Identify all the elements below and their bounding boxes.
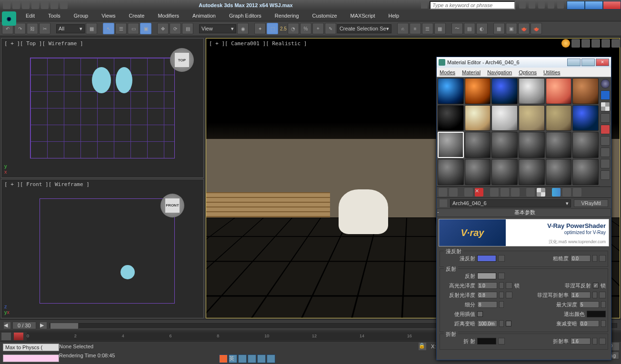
menu-modifiers[interactable]: Modifiers: [151, 11, 186, 20]
qa-project-icon[interactable]: [50, 1, 58, 9]
ime-skin-icon[interactable]: [257, 354, 266, 363]
timeslider-left-icon[interactable]: ◀: [4, 322, 10, 329]
reflgloss-spinner[interactable]: 0.8: [477, 292, 497, 298]
menu-group[interactable]: Group: [67, 11, 95, 20]
material-type-button[interactable]: VRayMtl: [574, 199, 608, 207]
material-swatch[interactable]: [491, 78, 518, 104]
xview-icon[interactable]: [581, 39, 590, 48]
viewport-camera-label[interactable]: [ + ][ Camera001 ][ Realistic ]: [209, 40, 307, 47]
material-editor-icon[interactable]: ◐: [476, 23, 488, 34]
render-prod-icon[interactable]: 🫖: [531, 23, 542, 34]
roughness-map-button[interactable]: [599, 255, 606, 262]
menu-maxscript[interactable]: MAXScript: [344, 11, 382, 20]
align-icon[interactable]: ≡: [410, 23, 421, 34]
material-swatch[interactable]: [465, 132, 491, 158]
ime-icon[interactable]: [219, 354, 228, 363]
material-swatch[interactable]: [519, 78, 545, 104]
menu-edit[interactable]: Edit: [19, 11, 41, 20]
me-menu-modes[interactable]: Modes: [440, 69, 455, 75]
material-editor-titlebar[interactable]: Material Editor - Arch46_040_6 ×: [437, 57, 611, 68]
roughness-spinner-arrows[interactable]: [592, 255, 597, 262]
link-icon[interactable]: ⛓: [27, 23, 38, 34]
rollout-basic-header[interactable]: -基本参数: [437, 208, 611, 217]
menu-help[interactable]: Help: [382, 11, 406, 20]
dimdist-spinner[interactable]: 100.0m: [477, 320, 497, 327]
put-to-scene-icon[interactable]: [449, 188, 458, 197]
frame-indicator[interactable]: 0 / 30: [12, 322, 36, 329]
me-minimize-button[interactable]: [567, 59, 581, 66]
select-by-mat-icon[interactable]: [601, 159, 610, 168]
dimdist-checkbox[interactable]: [506, 321, 511, 326]
material-swatch-selected[interactable]: [438, 132, 464, 158]
material-swatch[interactable]: [491, 132, 518, 158]
material-swatch[interactable]: [491, 105, 518, 131]
maxscript-mini[interactable]: [3, 354, 59, 362]
dimfall-spinner[interactable]: 0.0: [579, 320, 599, 327]
material-swatch[interactable]: [572, 78, 599, 104]
viewport-top[interactable]: [ + ][ Top ][ Wireframe ] TOP yx: [1, 38, 204, 178]
minimize-button[interactable]: [567, 1, 585, 10]
animate-icon[interactable]: [13, 332, 24, 341]
material-name-dropdown[interactable]: Arch46_040_6▾: [450, 199, 571, 207]
useinterp-checkbox[interactable]: [477, 311, 483, 317]
pivot-icon[interactable]: ◉: [237, 23, 249, 34]
viewport-front[interactable]: [ + ][ Front ][ Wireframe ] FRONT zyx: [1, 179, 204, 319]
viewport-top-label[interactable]: [ + ][ Top ][ Wireframe ]: [4, 40, 83, 47]
infocenter-dropdown-icon[interactable]: [421, 2, 428, 9]
percent-snap-icon[interactable]: %: [300, 23, 311, 34]
material-swatch[interactable]: [572, 132, 599, 158]
fresnel-checkbox[interactable]: [593, 283, 599, 288]
graphite-icon[interactable]: ▦: [434, 23, 446, 34]
select-object-icon[interactable]: ↖: [103, 23, 114, 34]
material-swatch[interactable]: [465, 78, 491, 104]
menu-create[interactable]: Create: [122, 11, 151, 20]
material-swatch[interactable]: [546, 159, 572, 185]
material-swatch[interactable]: [491, 159, 518, 185]
ref-coord-dropdown[interactable]: View▾: [199, 24, 236, 33]
timeslider-thumb[interactable]: [50, 323, 79, 329]
pick-material-icon[interactable]: [440, 199, 447, 207]
qa-save-icon[interactable]: [22, 1, 30, 9]
material-swatch[interactable]: [546, 132, 572, 158]
qa-undo-icon[interactable]: [31, 1, 39, 9]
reflgloss-map-button[interactable]: [506, 292, 512, 298]
sample-uv-icon[interactable]: [601, 113, 610, 123]
curve-editor-icon[interactable]: 〜: [451, 23, 463, 34]
background-icon[interactable]: [601, 102, 610, 111]
material-swatch[interactable]: [572, 159, 599, 185]
reflect-map-button[interactable]: [498, 273, 505, 279]
help-icon[interactable]: [548, 2, 554, 9]
hilight-map-button[interactable]: [506, 282, 512, 289]
maxdepth-spinner[interactable]: 5: [579, 301, 599, 308]
ime-lang-icon[interactable]: 英: [229, 354, 237, 363]
exitcolor-swatch[interactable]: [587, 311, 606, 317]
me-menu-material[interactable]: Material: [462, 69, 481, 75]
me-close-button[interactable]: ×: [596, 59, 609, 66]
timeslider-right-icon[interactable]: ▶: [40, 322, 47, 329]
qa-redo-icon[interactable]: [41, 1, 49, 9]
ime-punct-icon[interactable]: [238, 354, 247, 363]
material-swatch[interactable]: [519, 105, 545, 131]
spinner-snap-icon[interactable]: ⌖: [312, 23, 324, 34]
named-selection-dropdown[interactable]: Create Selection Se▾: [337, 24, 391, 33]
material-swatch[interactable]: [519, 132, 545, 158]
go-sibling-icon[interactable]: [573, 188, 581, 197]
unlink-icon[interactable]: ✂: [39, 23, 50, 34]
material-swatch[interactable]: [465, 105, 491, 131]
qa-open-icon[interactable]: [12, 1, 20, 9]
snap-toggle-icon[interactable]: ⬚: [267, 23, 278, 34]
select-name-icon[interactable]: ☰: [115, 23, 127, 34]
roughness-spinner[interactable]: 0.0: [571, 255, 591, 262]
backlight-icon[interactable]: [601, 90, 610, 100]
diffuse-color-swatch[interactable]: [477, 255, 496, 262]
reset-icon[interactable]: ✕: [475, 188, 483, 197]
select-rect-icon[interactable]: ▭: [128, 23, 139, 34]
me-menu-options[interactable]: Options: [519, 69, 537, 75]
hilight-gloss-spinner[interactable]: 1.0: [477, 282, 497, 289]
options-icon[interactable]: [601, 148, 610, 157]
maxscript-listener[interactable]: [3, 344, 59, 351]
rotate-icon[interactable]: ⟳: [170, 23, 181, 34]
light-icon[interactable]: [561, 39, 570, 48]
subdiv-spinner[interactable]: 8: [477, 301, 497, 308]
selection-set-dropdown[interactable]: All▾: [56, 24, 85, 33]
